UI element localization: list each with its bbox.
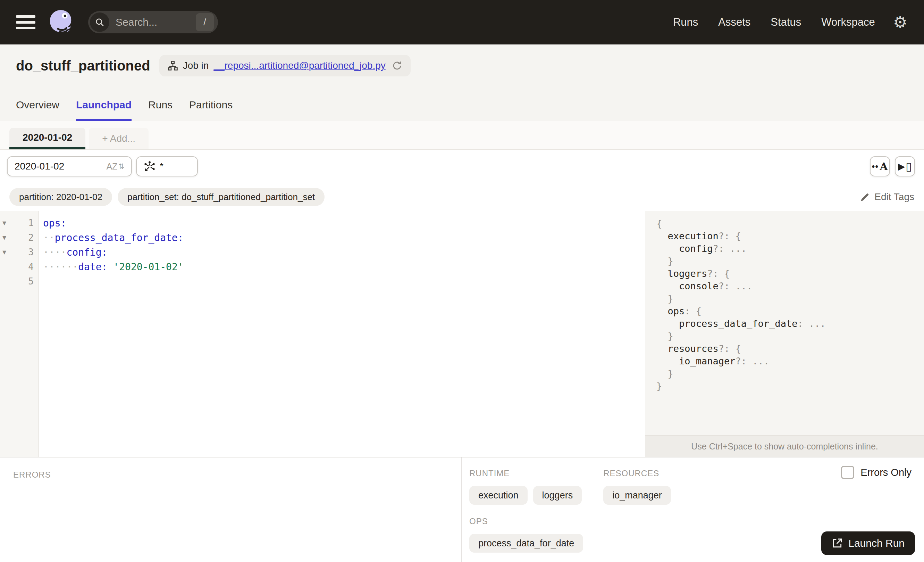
errors-zone: ERRORS [0, 457, 462, 562]
fold-arrow-icon[interactable]: ▾ [0, 218, 13, 227]
tag-pill: partition_set: do_stuff_partitioned_part… [118, 188, 324, 206]
schema-punct: } [668, 255, 674, 266]
pill-row: io_manager [603, 486, 671, 505]
config-summary-zone: RUNTIMEexecutionloggersRESOURCESio_manag… [469, 469, 671, 553]
edit-tags-button[interactable]: Edit Tags [860, 191, 914, 203]
job-origin-pill: Job in __reposi...artitioned@partitioned… [159, 55, 411, 77]
errors-only-checkbox[interactable] [841, 466, 854, 479]
indent [656, 231, 668, 241]
tab-partitions[interactable]: Partitions [189, 99, 232, 121]
schema-line: } [656, 293, 924, 305]
tab-overview[interactable]: Overview [16, 99, 59, 121]
gear-icon[interactable]: ⚙ [893, 14, 908, 30]
gutter-row: ▾3 [0, 245, 39, 260]
nav-link-runs[interactable]: Runs [673, 16, 698, 29]
fold-arrow-icon[interactable]: ▾ [0, 248, 13, 257]
schema-line: { [656, 218, 924, 230]
search-input[interactable]: Search... / [88, 11, 218, 33]
whitespace-dots: •• [872, 161, 879, 172]
dagster-launchpad-page: Search... / RunsAssetsStatusWorkspace ⚙ … [0, 0, 924, 562]
edit-tags-label: Edit Tags [874, 191, 914, 203]
schema-line: console?: ... [656, 280, 924, 293]
config-pill-execution[interactable]: execution [469, 486, 528, 505]
page-title: do_stuff_partitioned [16, 58, 150, 74]
partition-select[interactable]: 2020-01-02 AZ⇅ [7, 156, 132, 176]
tag-pill: partition: 2020-01-02 [9, 188, 112, 206]
gutter-row: 5 [0, 274, 39, 289]
runtime-section-label: RUNTIME [469, 469, 582, 478]
indent [656, 306, 668, 316]
schema-key: console [679, 281, 718, 292]
indent [656, 368, 668, 379]
config-pill-loggers[interactable]: loggers [533, 486, 582, 505]
schema-punct: } [656, 381, 662, 391]
tab-runs[interactable]: Runs [148, 99, 172, 121]
ops-section: OPS process_data_for_date [469, 517, 671, 553]
hamburger-menu-icon[interactable] [16, 15, 35, 29]
autocomplete-hint: Use Ctrl+Space to show auto-completions … [645, 435, 924, 457]
schema-key: io_manager [679, 356, 735, 367]
line-number: 1 [13, 218, 39, 228]
yaml-key: ops: [43, 218, 66, 229]
sort-az-icon: AZ⇅ [106, 162, 124, 171]
section-resources: RESOURCESio_manager [603, 469, 671, 505]
indent [656, 255, 668, 266]
add-config-tab-button[interactable]: + Add... [89, 128, 148, 149]
schema-punct: ?: { [718, 231, 741, 241]
whitespace-dots: ···· [43, 246, 66, 258]
title-row: do_stuff_partitioned Job in __reposi...a… [16, 55, 411, 77]
code-line: ops: [43, 216, 645, 230]
schema-line: config?: ... [656, 242, 924, 255]
schema-key: execution [668, 231, 718, 241]
schema-punct: } [668, 331, 674, 341]
op-selection-input[interactable]: * [136, 156, 198, 176]
schema-panel: { execution?: { config?: ... } loggers?:… [645, 211, 924, 457]
schema-line: } [656, 380, 924, 392]
config-pill-process_data_for_date[interactable]: process_data_for_date [469, 534, 583, 553]
schema-punct: ?: { [718, 343, 741, 354]
tab-launchpad[interactable]: Launchpad [76, 99, 132, 121]
schema-punct: ?: { [707, 268, 730, 279]
panel-toggle-button[interactable]: ▶ ▯ [895, 156, 915, 176]
fold-arrow-icon[interactable]: ▾ [0, 233, 13, 242]
code-line: ··process_data_for_date: [43, 230, 645, 245]
whitespace-letter: A [880, 161, 888, 173]
add-tab-label: + Add... [102, 133, 135, 144]
nav-link-status[interactable]: Status [771, 16, 801, 29]
indent [656, 318, 679, 329]
schema-line: io_manager?: ... [656, 355, 924, 368]
errors-only-toggle[interactable]: Errors Only [841, 466, 912, 479]
indent [656, 293, 668, 304]
job-tabs: OverviewLaunchpadRunsPartitions [16, 99, 232, 121]
partition-tab-2020-01-02[interactable]: 2020-01-02 [9, 128, 86, 149]
config-schema-text: { execution?: { config?: ... } loggers?:… [645, 211, 924, 392]
job-origin-link[interactable]: __reposi...artitioned@partitioned_job.py [213, 60, 385, 71]
errors-only-label: Errors Only [861, 467, 912, 478]
schema-key: process_data_for_date [679, 318, 797, 329]
whitespace-dots: ·· [43, 232, 55, 243]
ops-section-label: OPS [469, 517, 671, 526]
external-link-icon [832, 538, 843, 549]
whitespace-toggle-button[interactable]: •• A [870, 156, 890, 176]
schema-punct: : ... [797, 318, 825, 329]
schema-punct: : { [684, 306, 702, 316]
dagster-logo[interactable] [46, 8, 74, 36]
config-pill-io_manager[interactable]: io_manager [603, 486, 671, 505]
editor-code-area[interactable]: ops:··process_data_for_date:····config:·… [39, 211, 645, 457]
reload-icon[interactable] [392, 60, 402, 71]
schema-key: resources [668, 343, 718, 354]
search-icon [90, 12, 110, 32]
schema-key: ops [668, 306, 685, 316]
job-origin-prefix: Job in [183, 60, 209, 71]
schema-punct: { [656, 218, 662, 229]
line-number: 5 [13, 276, 39, 287]
yaml-key: process_data_for_date: [55, 232, 184, 243]
indent [656, 356, 679, 367]
indent [656, 343, 668, 354]
launch-run-button[interactable]: Launch Run [821, 532, 915, 555]
nav-link-workspace[interactable]: Workspace [821, 16, 875, 29]
schema-line: resources?: { [656, 343, 924, 355]
code-line [43, 274, 645, 289]
nav-link-assets[interactable]: Assets [718, 16, 750, 29]
schema-line: } [656, 330, 924, 343]
